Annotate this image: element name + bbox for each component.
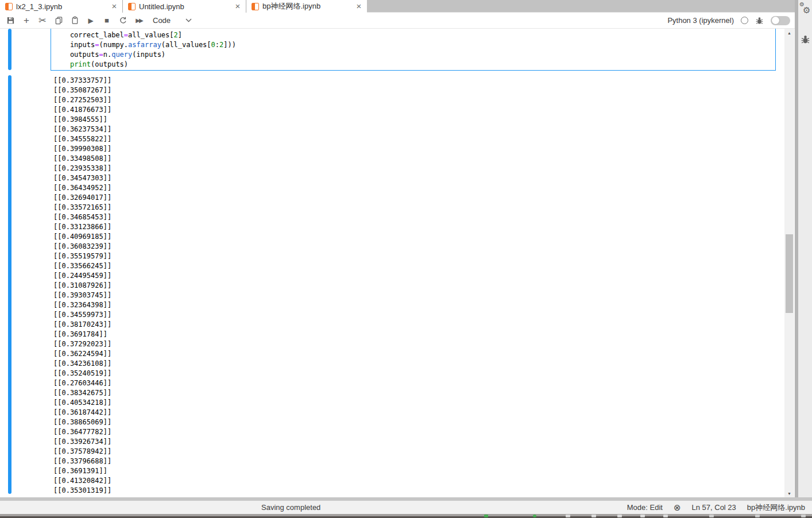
close-icon[interactable]: × (354, 2, 364, 11)
debugger-panel-button[interactable] (798, 33, 812, 46)
cell-output-area: [[0.37333757]][[0.35087267]][[0.27252503… (53, 76, 111, 496)
taskbar-icon[interactable] (663, 515, 668, 517)
scroll-up-button[interactable]: ▲ (784, 29, 794, 37)
output-line: [[0.41320842]] (53, 476, 111, 486)
tab-lx2_1_3[interactable]: lx2_1_3.ipynb × (0, 0, 123, 13)
notebook-file-icon (5, 3, 13, 10)
status-bar: Saving completed Mode: Edit ⊗ Ln 57, Col… (0, 501, 812, 514)
gear-icon: ⚙ (799, 2, 805, 7)
arrow-up-icon: ▲ (787, 31, 791, 35)
output-line: [[0.3691391]] (53, 466, 111, 476)
output-line: [[0.36083239]] (53, 242, 111, 252)
output-line: [[0.36187442]] (53, 408, 111, 418)
taskbar-icon[interactable] (591, 515, 596, 517)
debugger-toggle-button[interactable] (755, 16, 764, 25)
output-line: [[0.33498508]] (53, 154, 111, 164)
output-line: [[0.35240519]] (53, 369, 111, 378)
output-line: [[0.40534218]] (53, 398, 111, 408)
notebook-file-icon (128, 3, 136, 10)
run-icon: ▶ (88, 17, 93, 24)
windows-taskbar-sliver (0, 514, 812, 518)
paste-icon (71, 16, 79, 25)
simple-mode-toggle[interactable] (771, 16, 790, 25)
cut-cell-button[interactable]: ✂ (34, 14, 51, 28)
status-filename: bp神经网络.ipynb (747, 502, 805, 513)
output-line: [[0.3984555]] (53, 115, 111, 125)
output-line: [[0.34559973]] (53, 310, 111, 320)
bug-icon (801, 34, 810, 45)
close-icon[interactable]: × (110, 2, 119, 11)
output-line: [[0.23935338]] (53, 164, 111, 173)
restart-run-all-button[interactable]: ▶▶ (131, 14, 147, 28)
interrupt-kernel-button[interactable]: ■ (99, 14, 115, 28)
taskbar-icon[interactable] (617, 515, 622, 517)
output-line: [[0.33796688]] (53, 457, 111, 466)
taskbar-icon[interactable] (755, 515, 760, 517)
tab-bp-neural-network-active[interactable]: bp神经网络.ipynb × (246, 0, 367, 13)
kernel-status-icon (741, 17, 748, 24)
output-line: [[0.39303745]] (53, 291, 111, 300)
output-line: [[0.34236108]] (53, 359, 111, 369)
code-line: correct_label=all_values[2] (53, 30, 775, 40)
insert-cell-button[interactable]: + (18, 14, 34, 28)
code-line: inputs=(numpy.asfarray(all_values[0:2])) (53, 40, 775, 50)
restart-kernel-button[interactable] (115, 14, 131, 28)
output-line: [[0.35301319]] (53, 486, 111, 496)
cell-type-dropdown[interactable]: Code (153, 16, 192, 25)
output-line: [[0.3691784]] (53, 330, 111, 339)
taskbar-icon[interactable] (533, 515, 536, 517)
output-line: [[0.33572165]] (53, 203, 111, 212)
paste-cell-button[interactable] (67, 14, 83, 28)
jupyter-notebook-window: lx2_1_3.ipynb × Untitled.ipynb × bp神经网络.… (0, 0, 812, 518)
taskbar-icon[interactable] (709, 515, 714, 517)
code-cell-editor[interactable]: correct_label=all_values[2] inputs=(nump… (51, 29, 776, 71)
output-line: [[0.40969185]] (53, 232, 111, 242)
property-inspector-button[interactable]: ⚙ ⚙ (799, 2, 812, 17)
scrollbar-thumb[interactable] (786, 234, 793, 313)
output-cell-collapser[interactable] (8, 75, 11, 494)
output-line: [[0.38865069]] (53, 418, 111, 427)
cell-type-value: Code (153, 16, 171, 25)
output-line: [[0.32694017]] (53, 193, 111, 203)
restart-icon (119, 16, 127, 25)
output-line: [[0.36224594]] (53, 349, 111, 359)
taskbar-icon[interactable] (640, 515, 645, 517)
output-line: [[0.37578942]] (53, 447, 111, 457)
tab-bar-empty-space (367, 0, 795, 12)
taskbar-icon[interactable] (801, 515, 806, 517)
output-line: [[0.27252503]] (53, 95, 111, 105)
tab-bar: lx2_1_3.ipynb × Untitled.ipynb × bp神经网络.… (0, 0, 795, 13)
code-line: print(outputs) (53, 60, 775, 69)
run-cell-button[interactable]: ▶ (83, 14, 99, 28)
scissors-icon: ✂ (38, 16, 46, 25)
taskbar-icon[interactable] (566, 515, 570, 517)
kernel-name[interactable]: Python 3 (ipykernel) (667, 16, 734, 25)
chevron-down-icon (185, 18, 192, 22)
plus-icon: + (24, 16, 29, 25)
saving-status: Saving completed (261, 503, 320, 512)
code-line: outputs=n.query(inputs) (53, 50, 775, 60)
taskbar-icon[interactable] (484, 515, 488, 517)
scroll-down-button[interactable]: ▼ (784, 489, 794, 497)
tab-label: bp神经网络.ipynb (262, 1, 354, 11)
tab-label: Untitled.ipynb (139, 2, 233, 11)
output-line: [[0.32364398]] (53, 300, 111, 310)
copy-cell-button[interactable] (51, 14, 67, 28)
output-line: [[0.36434952]] (53, 183, 111, 193)
tab-untitled[interactable]: Untitled.ipynb × (123, 0, 246, 13)
circled-x-icon: ⊗ (674, 503, 681, 512)
input-cell-collapser[interactable] (8, 29, 11, 70)
output-line: [[0.24495459]] (53, 271, 111, 281)
output-line: [[0.38170243]] (53, 320, 111, 330)
output-line: [[0.39990308]] (53, 144, 111, 154)
close-icon[interactable]: × (233, 2, 242, 11)
output-line: [[0.33123866]] (53, 222, 111, 232)
output-line: [[0.41876673]] (53, 105, 111, 115)
vertical-scrollbar[interactable]: ▲ ▼ (784, 29, 794, 497)
arrow-down-icon: ▼ (787, 492, 791, 496)
tab-label: lx2_1_3.ipynb (16, 2, 110, 11)
save-button[interactable] (2, 14, 18, 28)
notebook-scroll-area[interactable]: correct_label=all_values[2] inputs=(nump… (0, 29, 795, 497)
output-line: [[0.35519579]] (53, 252, 111, 261)
bug-icon (755, 16, 764, 25)
